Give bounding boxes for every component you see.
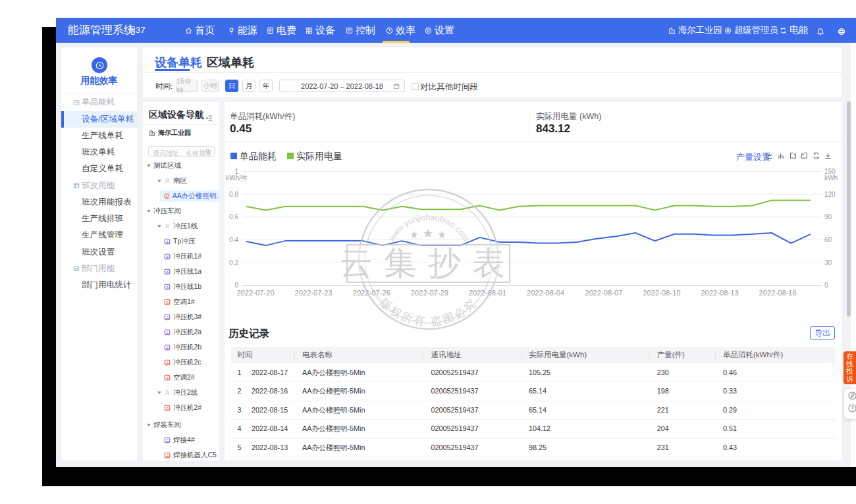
svg-text:0.6: 0.6 (229, 213, 238, 220)
svg-text:2022-07-23: 2022-07-23 (294, 289, 332, 297)
svg-text:0: 0 (824, 282, 828, 289)
svg-text:0.4: 0.4 (229, 236, 238, 243)
svg-text:60: 60 (824, 236, 832, 243)
svg-text:2022-08-16: 2022-08-16 (759, 289, 797, 297)
svg-text:kWh: kWh (824, 174, 838, 182)
svg-text:0: 0 (234, 282, 238, 289)
svg-text:2022-07-26: 2022-07-26 (353, 289, 390, 297)
svg-text:2022-08-13: 2022-08-13 (701, 289, 738, 297)
svg-text:版权所有 盗图必究: 版权所有 盗图必究 (378, 296, 480, 328)
svg-text:30: 30 (824, 259, 832, 266)
svg-text:0.2: 0.2 (229, 259, 238, 266)
svg-text:0.8: 0.8 (229, 191, 238, 198)
svg-text:90: 90 (824, 213, 832, 220)
svg-text:2022-08-10: 2022-08-10 (643, 289, 680, 297)
svg-text:2022-08-07: 2022-08-07 (585, 289, 622, 297)
svg-text:kWh/件: kWh/件 (226, 174, 248, 182)
svg-text:120: 120 (824, 191, 836, 198)
svg-text:2022-08-04: 2022-08-04 (527, 289, 564, 297)
svg-text:2022-07-29: 2022-07-29 (411, 289, 448, 297)
svg-text:云集抄表: 云集抄表 (340, 245, 516, 282)
svg-text:2022-07-20: 2022-07-20 (236, 289, 274, 297)
